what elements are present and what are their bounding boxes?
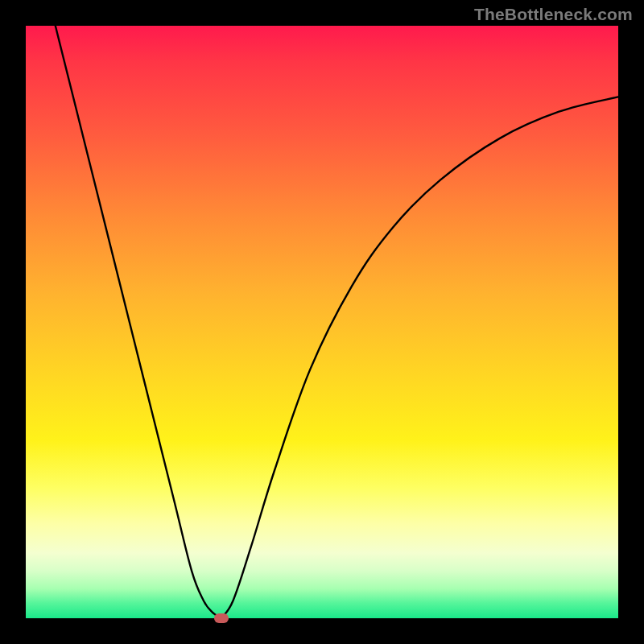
- curve-path: [56, 26, 618, 618]
- watermark-text: TheBottleneck.com: [474, 5, 633, 24]
- bottleneck-curve: [26, 26, 618, 618]
- optimum-marker: [214, 613, 229, 623]
- chart-frame: TheBottleneck.com: [0, 0, 644, 644]
- plot-area: [26, 26, 618, 618]
